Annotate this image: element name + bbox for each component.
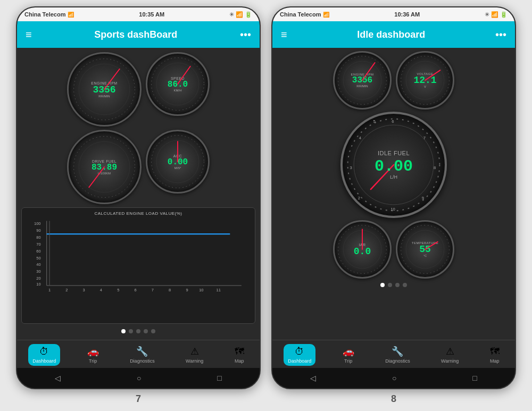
svg-text:6: 6	[134, 288, 136, 292]
nav-diagnostics-left[interactable]: 🔧 Diagnostics	[126, 343, 159, 366]
left-drive-fuel-gauge: DRIVE FUEL 83.89 L/100KM	[67, 130, 142, 204]
dot-4[interactable]	[144, 329, 148, 333]
svg-text:40: 40	[36, 262, 40, 267]
map-icon-left: 🗺	[235, 346, 244, 357]
svg-text:5: 5	[373, 119, 376, 124]
left-header: ≡ Sports dashBoard •••	[17, 21, 260, 48]
left-gauge-row-2: DRIVE FUEL 83.89 L/100KM ACC	[21, 130, 255, 204]
right-title: Idle dashboard	[287, 29, 495, 40]
nav-dashboard-right[interactable]: ⏱ Dashboard	[284, 344, 315, 366]
right-bluetooth-icon: ✳	[485, 11, 489, 18]
svg-text:3: 3	[350, 165, 352, 170]
left-page-number: 7	[136, 393, 141, 405]
right-time: 10:36 AM	[394, 11, 420, 18]
right-battery-icon: 🔋	[500, 11, 508, 18]
nav-warning-left[interactable]: ⚠ Warning	[181, 343, 207, 366]
idle-fuel-label: IDLE FUEL	[378, 150, 410, 156]
right-bottom-nav: ⏱ Dashboard 🚗 Trip 🔧 Diagnostics ⚠ Warni…	[272, 340, 515, 368]
recent-button-left[interactable]: □	[217, 374, 221, 382]
dot-5[interactable]	[151, 329, 155, 333]
nav-map-left[interactable]: 🗺 Map	[230, 344, 248, 366]
right-header: ≡ Idle dashboard •••	[272, 21, 515, 48]
left-phone-wrapper: China Telecom 📶 10:35 AM ✳ 📶 🔋 ≡ Sports …	[16, 6, 261, 405]
dashboard-icon-left: ⏱	[39, 346, 49, 357]
chart-title: CALCULATED ENGINE LOAD VALUE(%)	[26, 211, 251, 216]
svg-text:3: 3	[83, 288, 85, 292]
svg-text:10: 10	[199, 288, 203, 292]
map-icon-right: 🗺	[490, 346, 500, 357]
left-title: Sports dashBoard	[32, 29, 240, 40]
right-status-bar: China Telecom 📶 10:36 AM ✳ 📶 🔋	[272, 7, 515, 21]
warning-icon-left: ⚠	[190, 346, 199, 357]
right-more-button[interactable]: •••	[495, 29, 506, 41]
nav-trip-right[interactable]: 🚗 Trip	[338, 343, 359, 366]
trip-icon-right: 🚗	[343, 346, 354, 357]
nav-dashboard-left[interactable]: ⏱ Dashboard	[28, 344, 60, 366]
svg-text:8: 8	[169, 288, 171, 292]
right-page-number: 8	[391, 393, 396, 405]
nav-map-right[interactable]: 🗺 Map	[486, 344, 504, 366]
svg-text:1: 1	[48, 288, 51, 292]
left-carrier: China Telecom 📶	[24, 11, 74, 18]
diagnostics-icon-right: 🔧	[392, 346, 403, 357]
left-engine-rpm-gauge: ENGINE RPM 3356 RR/MIN	[67, 52, 142, 127]
svg-line-5	[178, 66, 190, 84]
right-dot-4[interactable]	[403, 283, 407, 287]
bluetooth-icon: ✳	[229, 11, 234, 18]
dot-1[interactable]	[121, 329, 126, 333]
svg-text:90: 90	[36, 228, 40, 233]
svg-text:4: 4	[359, 136, 362, 140]
right-dot-1[interactable]	[380, 283, 385, 287]
trip-icon-left: 🚗	[87, 346, 99, 357]
right-menu-button[interactable]: ≡	[281, 29, 287, 41]
home-button-right[interactable]: ○	[392, 374, 396, 382]
right-engine-rpm-gauge: ENGINE RPM 3356 RR/MIN	[333, 51, 392, 110]
left-bottom-nav: ⏱ Dashboard 🚗 Trip 🔧 Diagnostics ⚠ Warni…	[17, 340, 260, 368]
nav-warning-right[interactable]: ⚠ Warning	[437, 343, 463, 366]
idle-fuel-gauge: 6 7 8 9 10 2 3 4 5	[340, 112, 447, 218]
right-phone: China Telecom 📶 10:36 AM ✳ 📶 🔋 ≡ Idle da…	[271, 6, 516, 389]
right-wifi-icon: 📶	[491, 11, 498, 18]
home-button-left[interactable]: ○	[137, 374, 141, 382]
diagnostics-icon-left: 🔧	[136, 346, 148, 357]
svg-text:30: 30	[36, 269, 40, 274]
svg-text:9: 9	[186, 288, 188, 292]
right-gauge-row-2: 6 7 8 9 10 2 3 4 5	[276, 112, 512, 218]
left-menu-button[interactable]: ≡	[26, 29, 32, 41]
back-button-right[interactable]: ◁	[310, 374, 316, 382]
svg-text:6: 6	[392, 119, 394, 124]
dot-3[interactable]	[136, 329, 140, 333]
svg-text:4: 4	[100, 288, 102, 292]
right-temperature-gauge: TEMPERATURE 55 °C	[396, 220, 454, 279]
svg-text:70: 70	[36, 242, 40, 247]
left-gauge-row-1: ENGINE RPM 3356 RR/MIN SPEED	[21, 52, 255, 127]
right-signal-icon: 📶	[323, 12, 329, 18]
nav-diagnostics-right[interactable]: 🔧 Diagnostics	[381, 343, 414, 366]
right-gauge-row-1: ENGINE RPM 3356 RR/MIN VOLTAGE	[276, 51, 512, 110]
left-acc-gauge: ACC 0.00 M/S²	[146, 130, 210, 194]
back-button-left[interactable]: ◁	[55, 374, 61, 382]
left-status-bar: China Telecom 📶 10:35 AM ✳ 📶 🔋	[17, 7, 260, 21]
right-dot-2[interactable]	[388, 283, 392, 287]
nav-trip-left[interactable]: 🚗 Trip	[83, 343, 103, 366]
svg-text:8: 8	[434, 165, 436, 170]
svg-text:80: 80	[36, 235, 40, 240]
left-more-button[interactable]: •••	[240, 29, 251, 41]
right-voltage-gauge: VOLTAGE 12.1 V	[396, 51, 454, 110]
battery-icon: 🔋	[245, 11, 252, 18]
recent-button-right[interactable]: □	[472, 374, 477, 382]
right-main-content: ENGINE RPM 3356 RR/MIN VOLTAGE	[272, 48, 515, 340]
svg-text:11: 11	[216, 288, 220, 292]
svg-text:9: 9	[422, 196, 424, 200]
right-dot-3[interactable]	[395, 283, 400, 287]
svg-text:100: 100	[34, 221, 41, 226]
dashboard-icon-right: ⏱	[295, 346, 304, 357]
right-dot-row	[276, 281, 512, 289]
left-battery: ✳ 📶 🔋	[229, 11, 252, 18]
svg-text:60: 60	[36, 249, 40, 254]
svg-text:2: 2	[358, 196, 360, 200]
dot-2[interactable]	[129, 329, 133, 333]
right-system-nav: ◁ ○ □	[272, 368, 515, 388]
svg-text:7: 7	[423, 136, 426, 140]
left-phone: China Telecom 📶 10:35 AM ✳ 📶 🔋 ≡ Sports …	[16, 6, 261, 389]
